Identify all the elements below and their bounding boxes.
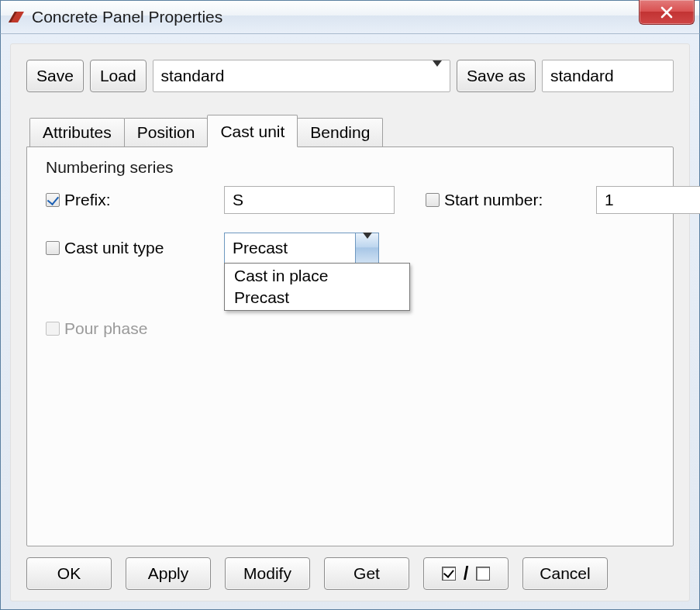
save-as-name-value: standard: [550, 67, 614, 85]
prefix-checkbox-label[interactable]: Prefix:: [46, 191, 224, 209]
prefix-input[interactable]: S: [224, 186, 395, 214]
cast-unit-type-option-precast[interactable]: Precast: [225, 287, 409, 308]
start-number-checkbox[interactable]: [426, 193, 440, 207]
pour-phase-label: Pour phase: [64, 319, 147, 338]
window-frame: Save Load standard Save as standard Attr…: [0, 34, 700, 610]
prefix-checkbox[interactable]: [46, 193, 60, 207]
apply-button[interactable]: Apply: [126, 557, 211, 590]
pour-phase-checkbox-label: Pour phase: [46, 319, 224, 338]
title-bar: Concrete Panel Properties: [0, 0, 700, 34]
start-number-value: 1: [605, 191, 614, 209]
cast-unit-type-popup: Cast in place Precast: [224, 263, 410, 311]
dialog-body: Save Load standard Save as standard Attr…: [10, 43, 690, 601]
chevron-down-icon: [433, 67, 442, 85]
start-number-input[interactable]: 1: [596, 186, 700, 214]
get-button[interactable]: Get: [324, 557, 409, 590]
dialog-button-row: OK Apply Modify Get / Cancel: [26, 557, 674, 590]
cast-unit-type-option-cast-in-place[interactable]: Cast in place: [225, 265, 409, 287]
cast-unit-type-checkbox-label[interactable]: Cast unit type: [46, 239, 224, 257]
toggle-all-checks-button[interactable]: /: [423, 557, 509, 590]
chevron-down-icon: [363, 239, 372, 257]
cast-unit-type-value: Precast: [233, 239, 288, 257]
app-icon: [9, 10, 26, 24]
cast-unit-type-select[interactable]: Precast Cast in place Precast: [224, 233, 379, 264]
tab-position[interactable]: Position: [124, 118, 209, 147]
ok-button[interactable]: OK: [26, 557, 112, 590]
modify-button[interactable]: Modify: [225, 557, 310, 590]
tab-bending[interactable]: Bending: [297, 118, 383, 147]
group-numbering-series-label: Numbering series: [43, 158, 657, 177]
window-title: Concrete Panel Properties: [26, 8, 222, 26]
preset-select[interactable]: standard: [153, 60, 451, 92]
cast-unit-type-dropdown-button[interactable]: [355, 233, 378, 263]
start-number-checkbox-label[interactable]: Start number:: [426, 191, 596, 209]
tab-panel-cast-unit: Numbering series Prefix: S Start number:: [26, 146, 674, 546]
preset-select-value: standard: [161, 67, 225, 85]
slash-icon: /: [462, 563, 471, 584]
row-prefix: Prefix: S Start number: 1: [46, 181, 657, 219]
prefix-value: S: [233, 191, 243, 209]
pour-phase-checkbox: [46, 322, 60, 336]
tab-attributes[interactable]: Attributes: [29, 118, 125, 147]
preset-toolbar: Save Load standard Save as standard: [26, 60, 674, 92]
row-cast-unit-type: Cast unit type Precast Cast in place Pre…: [46, 229, 657, 267]
toggle-check-off-icon: [476, 567, 490, 581]
group-numbering-series: Prefix: S Start number: 1: [43, 180, 657, 347]
tab-strip: Attributes Position Cast unit Bending: [26, 114, 674, 146]
cast-unit-type-label: Cast unit type: [64, 239, 164, 257]
save-as-button[interactable]: Save as: [457, 60, 536, 92]
cancel-button[interactable]: Cancel: [522, 557, 608, 590]
start-number-label: Start number:: [444, 191, 543, 209]
close-button[interactable]: [639, 0, 695, 25]
save-as-name-input[interactable]: standard: [542, 60, 674, 92]
save-button[interactable]: Save: [26, 60, 84, 92]
cast-unit-type-checkbox[interactable]: [46, 241, 60, 255]
close-icon: [660, 5, 674, 19]
row-pour-phase: Pour phase: [46, 310, 657, 347]
tab-cast-unit[interactable]: Cast unit: [207, 115, 298, 147]
prefix-label: Prefix:: [64, 191, 111, 209]
load-button[interactable]: Load: [90, 60, 147, 92]
toggle-check-on-icon: [442, 567, 456, 581]
